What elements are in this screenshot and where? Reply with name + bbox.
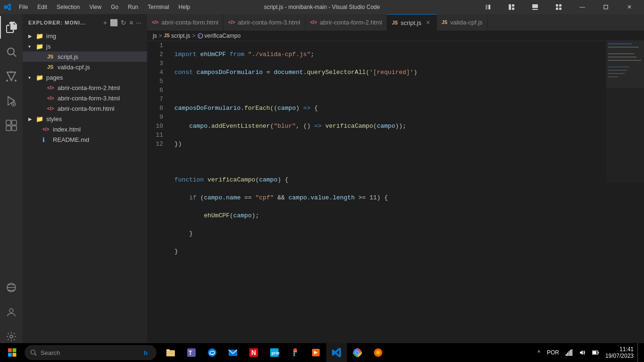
tab-valida-cpf[interactable]: JS valida-cpf.js <box>437 14 488 31</box>
menu-file[interactable]: File <box>15 3 32 11</box>
taskbar-firefox[interactable] <box>368 343 388 362</box>
breadcrumb-function[interactable]: f verificaCampo <box>198 33 241 39</box>
close-btn[interactable]: ✕ <box>619 0 640 14</box>
tab-abrir-conta-form-3[interactable]: </> abrir-conta-form-3.html <box>223 14 305 31</box>
refresh-btn[interactable]: ↻ <box>121 19 126 26</box>
sidebar-tree: ▶ 📁 img ▾ 📁 js JS script.js JS valida-cp… <box>23 31 147 352</box>
svg-line-57 <box>35 354 37 356</box>
tab-close-btn[interactable]: ✕ <box>424 19 432 26</box>
tree-item-js-folder[interactable]: ▾ 📁 js <box>23 41 147 51</box>
tree-item-img[interactable]: ▶ 📁 img <box>23 31 147 41</box>
info-file-icon: ℹ <box>42 136 51 143</box>
tray-network[interactable] <box>563 343 575 362</box>
new-folder-btn[interactable]: ⬜ <box>110 19 118 26</box>
app-body: EXPLORER: MONI... + ⬜ ↻ ≡ ··· ▶ 📁 img ▾ … <box>0 14 644 352</box>
activity-search[interactable] <box>0 41 23 63</box>
panel-toggle-btn[interactable] <box>524 0 546 14</box>
new-file-btn[interactable]: + <box>103 19 107 26</box>
activity-run-debug[interactable] <box>0 90 23 112</box>
taskbar-file-explorer[interactable] <box>160 343 181 362</box>
breadcrumb-js[interactable]: js <box>153 33 157 39</box>
start-button[interactable] <box>2 343 23 362</box>
folder-icon: 📁 <box>36 43 44 50</box>
clock[interactable]: 11:41 19/07/2023 <box>603 346 636 359</box>
taskbar-email[interactable] <box>223 343 243 362</box>
tray-chevron[interactable]: ^ <box>535 343 543 362</box>
taskbar-figma[interactable] <box>285 343 305 362</box>
tree-item-readme[interactable]: ℹ README.md <box>23 134 147 145</box>
tab-abrir-conta-form-2[interactable]: </> abrir-conta-form-2.html <box>305 14 388 31</box>
taskbar-sublime[interactable] <box>305 343 326 362</box>
breadcrumb-script[interactable]: JS script.js <box>164 33 190 39</box>
code-line-6: }) <box>174 140 603 148</box>
activity-account[interactable] <box>0 301 23 323</box>
js-file-icon: JS <box>47 64 56 70</box>
tray-sound[interactable] <box>576 343 588 362</box>
menu-help[interactable]: Help <box>175 3 194 11</box>
tree-label: img <box>46 33 56 40</box>
tab-script-js[interactable]: JS script.js ✕ <box>387 14 437 31</box>
svg-text:f: f <box>199 34 200 38</box>
taskbar-teams[interactable]: T <box>181 343 202 362</box>
tree-item-pages[interactable]: ▾ 📁 pages <box>23 72 147 82</box>
menu-view[interactable]: View <box>85 3 105 11</box>
svg-line-13 <box>14 54 17 57</box>
tree-item-valida-cpf[interactable]: JS valida-cpf.js <box>23 62 147 72</box>
network-icon <box>566 349 572 356</box>
tray-locale[interactable]: POR <box>544 343 562 362</box>
menu-selection[interactable]: Selection <box>53 3 83 11</box>
search-bar[interactable]: Search b <box>25 345 157 360</box>
windows-logo <box>8 348 17 357</box>
tree-item-form-3[interactable]: </> abrir-conta-form-3.html <box>23 93 147 103</box>
collapse-btn[interactable]: ≡ <box>129 19 133 26</box>
battery-icon <box>592 350 599 355</box>
svg-rect-3 <box>512 4 514 7</box>
menu-go[interactable]: Go <box>107 3 122 11</box>
chevron-right-icon: ▶ <box>28 33 36 39</box>
minimize-btn[interactable]: — <box>571 0 593 14</box>
html-icon: </> <box>228 20 235 25</box>
activity-extensions[interactable] <box>0 114 23 137</box>
tree-item-styles[interactable]: ▶ 📁 styles <box>23 114 147 124</box>
code-line-12: } <box>174 247 603 256</box>
tree-item-index[interactable]: </> index.html <box>23 124 147 134</box>
sublime-icon <box>311 347 321 358</box>
taskbar-chrome[interactable] <box>347 343 368 362</box>
more-btn[interactable]: ··· <box>136 19 141 26</box>
code-content[interactable]: import ehUmCPF from "./valida-cpf.js"; c… <box>171 41 606 352</box>
menu-terminal[interactable]: Terminal <box>144 3 173 11</box>
tab-abrir-conta-form[interactable]: </> abrir-conta-form.html <box>147 14 223 31</box>
activity-bar-bottom <box>0 276 23 352</box>
menu-run[interactable]: Run <box>124 3 142 11</box>
breadcrumb: js > JS script.js > f verificaCampo <box>147 31 644 41</box>
js-icon: JS <box>392 20 397 25</box>
folder-icon: 📁 <box>36 74 44 81</box>
editor-layout-btn[interactable] <box>501 0 522 14</box>
html-file-icon: </> <box>42 127 51 132</box>
activity-source-control[interactable] <box>0 65 23 88</box>
taskbar-netflix[interactable]: N <box>243 343 264 362</box>
titlebar-menu[interactable]: File Edit Selection View Go Run Terminal… <box>15 3 194 11</box>
sidebar-toggle-btn[interactable] <box>477 0 499 14</box>
svg-rect-87 <box>571 349 572 356</box>
svg-rect-73 <box>293 354 295 356</box>
taskbar-vscode[interactable] <box>326 343 347 362</box>
tree-item-form-2[interactable]: </> abrir-conta-form-2.html <box>23 82 147 93</box>
taskbar-edge[interactable] <box>202 343 223 362</box>
menu-edit[interactable]: Edit <box>33 3 51 11</box>
activity-explorer[interactable] <box>0 16 23 39</box>
code-line-3 <box>174 86 603 95</box>
tray-battery[interactable] <box>589 343 602 362</box>
vscode-icon <box>331 347 342 358</box>
html-icon: </> <box>152 20 158 25</box>
edge-icon <box>207 347 217 358</box>
show-desktop-btn[interactable] <box>637 343 640 362</box>
taskbar-prime[interactable]: prime <box>264 343 285 362</box>
activity-remote[interactable] <box>0 276 23 299</box>
tree-item-script-js[interactable]: JS script.js <box>23 51 147 62</box>
customize-layout-btn[interactable] <box>548 0 570 14</box>
svg-rect-23 <box>6 126 11 131</box>
restore-btn[interactable] <box>595 0 617 14</box>
js-file-icon: JS <box>47 54 56 59</box>
tree-item-form[interactable]: </> abrir-conta-form.html <box>23 103 147 114</box>
